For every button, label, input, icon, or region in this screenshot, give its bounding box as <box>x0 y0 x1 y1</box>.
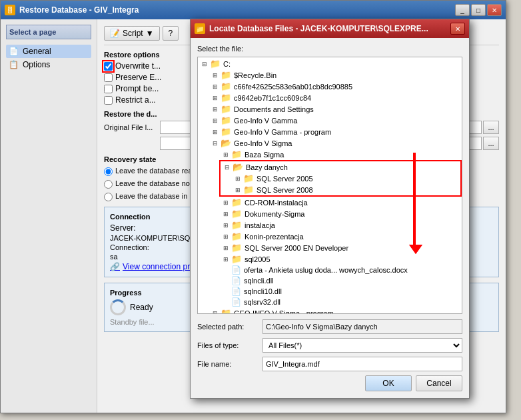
expander-konin[interactable]: ⊞ <box>222 233 230 241</box>
tree-row-gamma-prog[interactable]: ⊞ 📁 Geo-Info V Gamma - program <box>209 126 462 137</box>
restrict-label: Restrict a... <box>115 95 156 105</box>
label-hash2: c9642eb7f1c1cc609c84 <box>234 94 311 102</box>
help-button[interactable]: ? <box>163 26 179 41</box>
tree-container[interactable]: ⊟ 📁 C: ⊞ 📁 $Recycle.Bin ⊞ 📁 c66fe42625c5… <box>197 57 462 314</box>
folder-sigma: 📂 <box>221 138 231 148</box>
tree-row-instalacja[interactable]: ⊞ 📁 instalacja <box>219 219 462 231</box>
help-label: ? <box>169 29 173 38</box>
label-sqlncli: sqlncli.dll <box>244 277 274 285</box>
file-name-row: File name: GIV_Integra.mdf <box>197 357 462 371</box>
expander-cdrom[interactable]: ⊞ <box>222 199 230 207</box>
preserve-label: Preserve E... <box>115 73 161 82</box>
link-icon: 🔗 <box>110 262 120 271</box>
progress-status: Ready <box>130 303 153 312</box>
expander-sql2008[interactable]: ⊞ <box>234 186 242 194</box>
cancel-button[interactable]: Cancel <box>416 375 462 391</box>
expander-gamma[interactable]: ⊞ <box>211 117 219 125</box>
recovery-radio-3[interactable] <box>104 193 113 201</box>
tree-row-sqlncli10[interactable]: 📄 sqlncli10.dll <box>219 286 462 297</box>
recovery-radio-2[interactable] <box>104 180 113 189</box>
overwrite-checkbox[interactable] <box>104 62 113 71</box>
tree-row-sqlsrv32[interactable]: 📄 sqlsrv32.dll <box>219 297 462 307</box>
bazy-danych-children: ⊞ 📁 SQL Server 2005 ⊞ 📁 SQL Server 2008 <box>231 173 460 195</box>
tree-row-oferta[interactable]: 📄 oferta - Ankieta uslug doda... wowych_… <box>219 265 462 275</box>
prompt-label: Prompt be... <box>115 84 159 93</box>
expander-instalacja[interactable]: ⊞ <box>222 221 230 229</box>
locate-close-button[interactable]: ✕ <box>450 23 465 35</box>
folder-bazy-danych: 📂 <box>233 162 243 172</box>
tree-row-c[interactable]: ⊟ 📁 C: <box>198 58 462 69</box>
label-sql2005: SQL Server 2005 <box>257 175 313 183</box>
folder-sql2005: 📁 <box>243 173 254 183</box>
tree-row-geoinfo-prog[interactable]: ⊞ 📁 GEO-INFO V Sigma - program <box>209 307 462 314</box>
sidebar-item-options[interactable]: 📋 Options <box>6 58 91 71</box>
recovery-radio-1[interactable] <box>104 167 113 176</box>
label-recycle: $Recycle.Bin <box>234 71 276 79</box>
expander-sql2005-root[interactable]: ⊞ <box>222 255 230 263</box>
expander-docs[interactable]: ⊞ <box>211 105 219 113</box>
label-gamma-prog: Geo-Info V Gamma - program <box>234 128 331 136</box>
expander-c[interactable]: ⊟ <box>201 60 209 68</box>
tree-row-sql2005[interactable]: ⊞ 📁 SQL Server 2005 <box>231 173 460 184</box>
browse-button-2[interactable]: ... <box>483 137 499 150</box>
selected-path-row: Selected path: C:\Geo-Info V Sigma\Bazy … <box>197 319 462 334</box>
tree-row-sql2008[interactable]: ⊞ 📁 SQL Server 2008 <box>231 184 460 195</box>
maximize-button[interactable]: □ <box>471 4 486 16</box>
tree-row-konin[interactable]: ⊞ 📁 Konin-prezentacja <box>219 231 462 242</box>
tree-row-baza-sigma[interactable]: ⊞ 📁 Baza Sigma <box>219 149 462 160</box>
tree-row-dokumenty[interactable]: ⊞ 📁 Dokumenty-Sigma <box>219 208 462 219</box>
expander-sql2000[interactable]: ⊞ <box>222 244 230 252</box>
prompt-checkbox[interactable] <box>104 85 113 93</box>
label-cdrom: CD-ROM-instalacja <box>245 199 308 207</box>
label-sql2008: SQL Server 2008 <box>257 186 313 194</box>
expander-baza-sigma[interactable]: ⊞ <box>222 151 230 159</box>
close-button[interactable]: ✕ <box>487 4 502 16</box>
expander-sql2005[interactable]: ⊞ <box>234 175 242 183</box>
expander-geoinfo-prog[interactable]: ⊞ <box>211 309 219 315</box>
ok-button[interactable]: OK <box>365 375 412 391</box>
files-of-type-select[interactable]: All Files(*) <box>262 338 462 353</box>
tree-row-cdrom[interactable]: ⊞ 📁 CD-ROM-instalacja <box>219 197 462 208</box>
arrow-head <box>409 245 422 254</box>
tree-row-docs[interactable]: ⊞ 📁 Documents and Settings <box>209 103 462 115</box>
minimize-button[interactable]: _ <box>455 4 470 16</box>
file-sqlsrv32: 📄 <box>231 297 241 307</box>
tree-row-sigma[interactable]: ⊟ 📂 Geo-Info V Sigma <box>209 137 462 149</box>
tree-row-hash2[interactable]: ⊞ 📁 c9642eb7f1c1cc609c84 <box>209 92 462 103</box>
script-icon: 📝 <box>110 29 120 38</box>
folder-hash2: 📁 <box>221 93 231 103</box>
tree-row-recycle[interactable]: ⊞ 📁 $Recycle.Bin <box>209 69 462 81</box>
tree-row-gamma[interactable]: ⊞ 📁 Geo-Info V Gamma <box>209 115 462 126</box>
tree-row-sqlncli[interactable]: 📄 sqlncli.dll <box>219 275 462 286</box>
locate-body: Select the file: ⊟ 📁 C: ⊞ 📁 $Recycle.Bin <box>191 38 469 398</box>
tree-row-sql2000[interactable]: ⊞ 📁 SQL Server 2000 EN Developer <box>219 242 462 253</box>
tree-row-sql2005-root[interactable]: ⊞ 📁 sql2005 <box>219 253 462 265</box>
expander-hash2[interactable]: ⊞ <box>211 94 219 102</box>
browse-button-1[interactable]: ... <box>483 121 499 134</box>
tree-row-bazy-danych[interactable]: ⊟ 📂 Bazy danych <box>221 161 460 173</box>
expander-sigma[interactable]: ⊟ <box>211 139 219 147</box>
preserve-checkbox[interactable] <box>104 73 113 82</box>
tree-row-hash1[interactable]: ⊞ 📁 c66fe42625c583e6ab01cb8dc90885 <box>209 81 462 92</box>
expander-bazy-danych[interactable]: ⊟ <box>223 163 231 171</box>
options-icon: 📋 <box>9 60 19 69</box>
folder-cdrom: 📁 <box>231 197 242 207</box>
expander-recycle[interactable]: ⊞ <box>211 71 219 79</box>
folder-gamma: 📁 <box>221 115 231 125</box>
sidebar-item-general[interactable]: 📄 General <box>6 45 91 58</box>
script-button[interactable]: 📝 Script ▼ <box>104 26 160 41</box>
expander-hash1[interactable]: ⊞ <box>211 83 219 91</box>
file-name-input[interactable]: GIV_Integra.mdf <box>262 357 462 371</box>
folder-icon-c: 📁 <box>210 59 221 69</box>
expander-gamma-prog[interactable]: ⊞ <box>211 128 219 136</box>
selected-path-label: Selected path: <box>197 323 257 331</box>
footer-buttons: OK Cancel <box>197 375 462 391</box>
restrict-checkbox[interactable] <box>104 96 113 105</box>
folder-konin: 📁 <box>231 231 242 241</box>
expander-dokumenty[interactable]: ⊞ <box>222 210 230 218</box>
file-oferta: 📄 <box>231 265 241 275</box>
folder-docs: 📁 <box>221 104 231 114</box>
sidebar-header: Select a page <box>6 25 91 39</box>
label-sqlsrv32: sqlsrv32.dll <box>244 298 280 306</box>
label-sql2005-root: sql2005 <box>245 255 270 263</box>
